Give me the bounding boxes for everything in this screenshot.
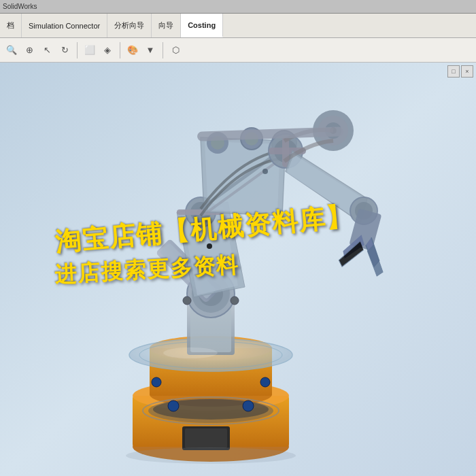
tab-simulation-connector[interactable]: Simulation Connector — [22, 14, 107, 37]
title-bar: SolidWorks — [0, 0, 476, 14]
svg-point-58 — [163, 347, 218, 358]
tab-file[interactable]: 档 — [0, 14, 22, 37]
tab-wizard[interactable]: 向导 — [152, 14, 181, 37]
toolbar-sep3 — [163, 42, 163, 58]
toolbar-shading-icon[interactable]: ◈ — [100, 43, 115, 58]
toolbar-zoom-icon[interactable]: 🔍 — [4, 43, 19, 58]
3d-viewport[interactable]: 淘宝店铺【机械资料库】 进店搜索更多资料 □ × — [0, 63, 476, 476]
toolbar: 🔍 ⊕ ↖ ↻ ⬜ ◈ 🎨 ▼ ⬡ — [0, 38, 476, 63]
toolbar-zoom-fit-icon[interactable]: ⊕ — [22, 43, 37, 58]
tab-simulation-connector-label: Simulation Connector — [29, 22, 100, 30]
toolbar-display-icon[interactable]: ⬡ — [168, 43, 183, 58]
tab-analysis-wizard-label: 分析向导 — [114, 20, 144, 31]
svg-point-56 — [207, 243, 212, 249]
svg-rect-17 — [185, 428, 227, 448]
tab-costing-label: Costing — [188, 21, 216, 29]
viewport-maximize-btn[interactable]: □ — [447, 65, 460, 78]
toolbar-appearance-icon[interactable]: 🎨 — [125, 43, 140, 58]
tab-costing[interactable]: Costing — [181, 14, 223, 37]
toolbar-sep2 — [120, 42, 120, 58]
svg-point-13 — [243, 401, 254, 411]
svg-point-55 — [231, 296, 239, 305]
svg-point-57 — [262, 169, 268, 174]
tab-analysis-wizard[interactable]: 分析向导 — [107, 14, 152, 37]
toolbar-options-icon[interactable]: ▼ — [143, 43, 158, 58]
tab-file-label: 档 — [7, 20, 14, 31]
toolbar-rotate-icon[interactable]: ↻ — [57, 43, 72, 58]
menu-bar: 档 Simulation Connector 分析向导 向导 Costing — [0, 14, 476, 38]
robot-arm-svg — [0, 63, 476, 476]
viewport-close-btn[interactable]: × — [461, 65, 473, 78]
svg-point-54 — [183, 296, 191, 305]
tab-wizard-label: 向导 — [158, 20, 173, 31]
svg-point-14 — [152, 377, 161, 387]
toolbar-view-icon[interactable]: ⬜ — [82, 43, 97, 58]
toolbar-sep1 — [77, 42, 78, 58]
svg-point-59 — [126, 447, 296, 464]
svg-point-12 — [168, 401, 179, 411]
title-text: SolidWorks — [3, 3, 37, 10]
svg-point-15 — [260, 377, 270, 387]
viewport-controls: □ × — [447, 65, 473, 78]
toolbar-select-icon[interactable]: ↖ — [39, 43, 54, 58]
